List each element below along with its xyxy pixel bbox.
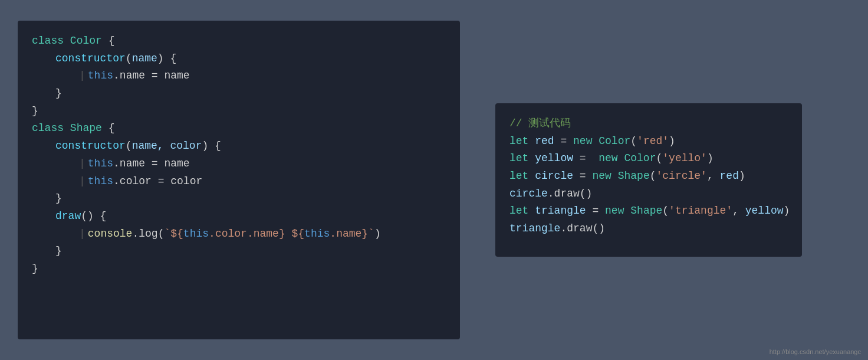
- right-line-2: let yellow = new Color('yello'): [509, 150, 788, 168]
- right-line-3: let circle = new Shape('circle', red): [509, 168, 788, 185]
- right-line-4: circle.draw(): [509, 185, 788, 203]
- code-line-10: }: [32, 190, 446, 208]
- right-line-1: let red = new Color('red'): [509, 133, 788, 150]
- watermark: http://blog.csdn.net/yexuanangc: [770, 348, 861, 355]
- code-line-6: class Shape {: [32, 120, 446, 138]
- code-line-12: |console.log(`${this.color.name} ${this.…: [32, 225, 446, 243]
- code-line-14: }: [32, 260, 446, 278]
- code-line-8: |this.name = name: [32, 155, 446, 173]
- code-line-11: draw() {: [32, 208, 446, 225]
- code-line-2: constructor(name) {: [32, 50, 446, 68]
- right-line-6: triangle.draw(): [509, 220, 788, 238]
- code-line-7: constructor(name, color) {: [32, 138, 446, 155]
- code-line-4: }: [32, 85, 446, 103]
- code-line-13: }: [32, 243, 446, 260]
- code-line-9: |this.color = color: [32, 173, 446, 191]
- code-line-5: }: [32, 103, 446, 120]
- right-line-comment: // 测试代码: [509, 115, 788, 133]
- right-code-block: // 测试代码 let red = new Color('red') let y…: [495, 103, 802, 257]
- code-line-3: |this.name = name: [32, 67, 446, 85]
- left-code-block: class Color { constructor(name) { |this.…: [18, 21, 460, 339]
- right-line-5: let triangle = new Shape('triangle', yel…: [509, 202, 788, 220]
- code-line-1: class Color {: [32, 32, 446, 50]
